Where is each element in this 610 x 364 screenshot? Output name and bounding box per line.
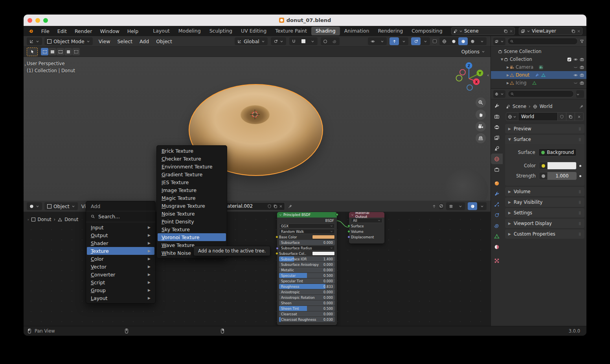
close-icon[interactable] — [577, 29, 581, 33]
new-material-icon[interactable] — [273, 204, 277, 209]
unlink-icon[interactable] — [279, 205, 283, 208]
visibility-dropdown[interactable] — [368, 37, 387, 45]
editor-type-button[interactable] — [27, 202, 42, 210]
workspace-tab-geometry-nodes[interactable]: Geometry Nodes — [447, 27, 447, 35]
unlink-world-button[interactable] — [575, 112, 584, 121]
menu-help[interactable]: Help — [123, 28, 143, 34]
texture-item-noise-texture[interactable]: Noise Texture — [157, 210, 227, 218]
maximize-window-button[interactable] — [43, 18, 48, 23]
properties-editor-type[interactable] — [493, 90, 505, 98]
panel-custom-properties[interactable]: ▶Custom Properties⣿ — [505, 229, 584, 239]
texture-item-musgrave-texture[interactable]: Musgrave Texture — [157, 202, 227, 210]
add-menu-search[interactable]: Search... — [86, 211, 155, 222]
options-button[interactable]: Options — [461, 49, 485, 55]
panel-grip[interactable]: ⣿ — [579, 232, 581, 236]
workspace-tab-sculpting[interactable]: Sculpting — [205, 27, 237, 35]
node-slider-subsurface[interactable]: Subsurface0.000 — [279, 240, 335, 245]
texture-item-point-density[interactable]: Point Density — [157, 218, 227, 225]
snap-target-button[interactable] — [299, 37, 308, 45]
outliner-row-scene-collection[interactable]: Scene Collection — [491, 48, 586, 55]
select-mode-invert[interactable] — [64, 48, 72, 55]
color-swatch[interactable] — [312, 251, 335, 256]
workspace-tab-modeling[interactable]: Modeling — [174, 27, 205, 35]
scene-selector[interactable]: Scene — [451, 27, 515, 35]
panel-grip[interactable]: ⣿ — [579, 211, 581, 215]
filter-icon[interactable] — [580, 39, 584, 44]
workspace-tab-shading[interactable]: Shading — [311, 27, 340, 35]
viewlayer-selector[interactable]: ViewLayer — [519, 27, 582, 35]
color-swatch[interactable] — [312, 235, 335, 239]
texture-item-checker-texture[interactable]: Checker Texture — [157, 155, 227, 163]
panel-grip[interactable]: ⣿ — [579, 201, 581, 204]
node-slider-subsurface-anisotropy[interactable]: Subsurface Anisotropy0.000 — [279, 262, 335, 267]
properties-tab-physics[interactable] — [491, 210, 503, 220]
camera-view-button[interactable] — [476, 121, 486, 132]
properties-tab-data[interactable] — [491, 231, 503, 241]
node-slider-anisotropic[interactable]: Anisotropic0.000 — [279, 289, 335, 294]
falloff-button[interactable] — [330, 37, 340, 45]
node-slider-sheen-tint[interactable]: Sheen Tint0.500 — [279, 306, 335, 311]
texture-item-image-texture[interactable]: Image Texture — [157, 186, 227, 194]
properties-tab-collection[interactable] — [491, 164, 503, 175]
panel-grip[interactable]: ⣿ — [579, 222, 581, 225]
world-color-field[interactable] — [539, 162, 577, 170]
menu-render[interactable]: Render — [71, 28, 96, 34]
node-preview-dropdown[interactable] — [477, 202, 487, 210]
node-slider-sheen[interactable]: Sheen0.000 — [279, 300, 335, 305]
principled-bsdf-node[interactable]: Principled BSDFBSDFGGXRandom WalkBase Co… — [277, 212, 337, 325]
node-header[interactable]: Material Output — [349, 212, 384, 218]
add-menu-item-converter[interactable]: Converter▶ — [86, 271, 155, 278]
disclosure-right-icon[interactable]: ▶ — [506, 73, 510, 77]
texture-item-gradient-texture[interactable]: Gradient Texture — [157, 170, 227, 178]
properties-search-input[interactable] — [508, 90, 574, 97]
fake-user-shield-icon[interactable] — [267, 204, 272, 209]
outliner-row-icing[interactable]: ▶Icing — [491, 79, 586, 87]
workspace-tab-layout[interactable]: Layout — [149, 27, 174, 35]
texture-item-sky-texture[interactable]: Sky Texture — [157, 225, 227, 233]
sidebar-collapse-arrow[interactable]: ‹ — [487, 73, 489, 78]
texture-item-magic-texture[interactable]: Magic Texture — [157, 194, 227, 202]
outliner-restriction-icons[interactable] — [567, 57, 584, 62]
snap-dropdown[interactable] — [308, 37, 318, 45]
color-socket-button[interactable] — [539, 162, 548, 170]
new-viewlayer-icon[interactable] — [571, 29, 575, 33]
viewport-menu-select[interactable]: Select — [114, 38, 136, 44]
insert-keyframe-icon[interactable] — [432, 204, 436, 209]
node-slider-metallic[interactable]: Metallic0.000 — [279, 267, 335, 273]
panel-preview[interactable]: ▶ Preview ⣿ — [505, 124, 584, 134]
node-slider-specular-tint[interactable]: Specular Tint0.000 — [279, 278, 335, 284]
pin-icon[interactable] — [288, 204, 292, 209]
workspace-tab-texture-paint[interactable]: Texture Paint — [271, 27, 311, 35]
axis-neg-z[interactable] — [467, 85, 472, 90]
properties-tab-particles[interactable] — [491, 199, 503, 210]
pin-icon[interactable] — [579, 104, 584, 109]
animate-dot[interactable] — [579, 165, 581, 167]
node-slider-clearcoat[interactable]: Clearcoat0.000 — [279, 311, 335, 316]
input-socket[interactable] — [276, 252, 278, 255]
add-menu-item-shader[interactable]: Shader▶ — [86, 239, 155, 247]
add-menu-item-group[interactable]: Group▶ — [86, 286, 155, 294]
properties-tab-scene[interactable] — [491, 143, 503, 154]
new-scene-icon[interactable] — [503, 29, 508, 33]
close-window-button[interactable] — [28, 18, 32, 23]
axis-neg-x[interactable] — [460, 70, 465, 75]
node-slider-roughness[interactable]: Roughness0.833 — [279, 284, 335, 289]
properties-tab-object[interactable] — [491, 178, 503, 188]
pan-button[interactable] — [476, 110, 486, 120]
gizmo-dropdown[interactable] — [399, 37, 408, 45]
xray-toggle-button[interactable] — [433, 38, 437, 44]
show-overlays-button[interactable] — [411, 37, 421, 45]
disclosure-right-icon[interactable]: ▶ — [506, 66, 510, 69]
outliner-display-mode[interactable] — [493, 38, 505, 45]
navigation-gizmo[interactable]: Z Y X — [455, 62, 485, 91]
shading-rendered-button[interactable] — [468, 37, 477, 45]
panel-ray-visibility[interactable]: ▶Ray Visibility⣿ — [505, 198, 584, 207]
properties-tab-view-layer[interactable] — [491, 132, 503, 143]
close-icon[interactable] — [509, 29, 513, 33]
workspace-tab-animation[interactable]: Animation — [340, 27, 374, 35]
node-enum-ggx[interactable]: GGX — [279, 223, 335, 229]
texture-item-environment-texture[interactable]: Environment Texture — [157, 163, 227, 170]
node-enum-target[interactable]: All — [351, 218, 382, 223]
outliner-restriction-icons[interactable] — [573, 81, 584, 85]
outliner-search-input[interactable] — [507, 38, 578, 45]
